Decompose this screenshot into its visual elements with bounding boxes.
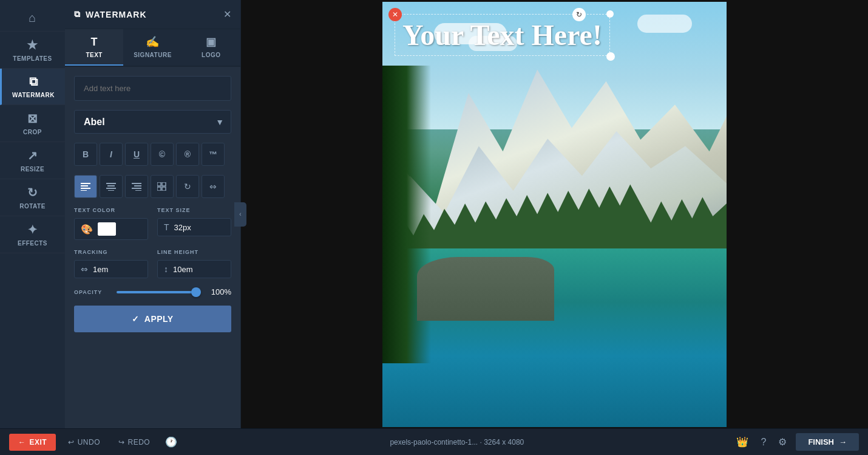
sidebar-item-effects[interactable]: ✦ EFFECTS [0, 216, 65, 253]
format-buttons-row: B I U © ® ™ [74, 143, 231, 166]
svg-rect-15 [162, 187, 166, 191]
lineheight-input: ↕ 10em [157, 260, 231, 278]
history-button[interactable]: 🕐 [162, 433, 180, 451]
sidebar-item-crop[interactable]: ⊠ CROP [0, 105, 65, 142]
tracking-value: 1em [93, 265, 108, 274]
sidebar-item-templates[interactable]: ★ TEMPLATES [0, 32, 65, 69]
text-color-group: TEXT COLOR 🎨 [74, 207, 148, 240]
redo-icon: ↪ [118, 438, 125, 446]
align-center-button[interactable] [100, 175, 123, 198]
exit-button[interactable]: ← EXIT [9, 434, 56, 451]
tracking-group: TRACKING ⇔ 1em [74, 249, 148, 278]
align-left-button[interactable] [74, 175, 97, 198]
tracking-lineheight-row: TRACKING ⇔ 1em LINE HEIGHT ↕ 10em [74, 249, 231, 278]
checkmark-icon: ✓ [132, 314, 140, 324]
watermark-rotate-handle[interactable]: ↻ [572, 8, 586, 21]
panel-content: Abel Arial Times New Roman Georgia Verda… [65, 67, 240, 428]
underline-button[interactable]: U [125, 143, 148, 166]
watermark-panel: ⧉ WATERMARK ✕ T TEXT ✍ SIGNATURE ▣ LOGO [65, 0, 241, 428]
text-size-group: TEXT SIZE T 32px [157, 207, 231, 240]
opacity-value: 100% [207, 287, 231, 296]
crown-button[interactable]: 👑 [733, 433, 751, 451]
panel-title: ⧉ WATERMARK [74, 9, 147, 19]
undo-icon: ↩ [68, 438, 75, 446]
lineheight-label: LINE HEIGHT [157, 249, 231, 255]
crop-icon: ⊠ [27, 111, 38, 126]
sidebar-item-resize[interactable]: ↗ RESIZE [0, 142, 65, 179]
lineheight-icon: ↕ [164, 264, 168, 274]
sidebar-item-crop-label: CROP [23, 129, 42, 135]
copyright-button[interactable]: © [151, 143, 174, 166]
watermark-icon: ⧉ [29, 75, 38, 89]
distribute-button[interactable]: ⇔ [202, 175, 225, 198]
apply-button[interactable]: ✓ APPLY [74, 306, 231, 332]
redo-label: REDO [128, 438, 151, 446]
palette-icon: 🎨 [81, 224, 93, 235]
sidebar-item-templates-label: TEMPLATES [13, 55, 52, 62]
lineheight-group: LINE HEIGHT ↕ 10em [157, 249, 231, 278]
bold-button[interactable]: B [74, 143, 97, 166]
tab-signature[interactable]: ✍ SIGNATURE [123, 29, 181, 66]
panel-close-button[interactable]: ✕ [223, 9, 231, 20]
svg-rect-14 [157, 187, 161, 191]
cloud-3 [637, 15, 692, 33]
italic-button[interactable]: I [100, 143, 123, 166]
tab-text[interactable]: T TEXT [65, 29, 123, 66]
watermark-delete-button[interactable]: ✕ [388, 8, 402, 21]
opacity-row: OPACITY 100% [74, 287, 231, 296]
resize-icon: ↗ [27, 148, 38, 163]
tab-text-label: TEXT [86, 52, 103, 58]
help-button[interactable]: ? [758, 434, 769, 451]
canvas-image: ✕ ↻ Your Text Here! [382, 2, 727, 427]
text-size-icon: T [164, 222, 169, 232]
font-select[interactable]: Abel Arial Times New Roman Georgia Verda… [74, 110, 231, 134]
tracking-icon: ⇔ [81, 264, 88, 274]
settings-button[interactable]: ⚙ [775, 433, 790, 451]
text-color-label: TEXT COLOR [74, 207, 148, 213]
filename-text: pexels-paolo-continetto-1... [390, 438, 478, 446]
panel-tabs: T TEXT ✍ SIGNATURE ▣ LOGO [65, 29, 240, 67]
sidebar-item-effects-label: EFFECTS [18, 240, 47, 247]
finish-arrow-icon: → [839, 437, 847, 446]
tab-logo-label: LOGO [202, 52, 220, 58]
registered-button[interactable]: ® [176, 143, 199, 166]
text-size-label: TEXT SIZE [157, 207, 231, 213]
sidebar-item-watermark-label: WATERMARK [12, 92, 55, 98]
tracking-input: ⇔ 1em [74, 260, 148, 278]
panel-collapse-handle[interactable]: ‹ [234, 202, 246, 227]
watermark-scale-handle[interactable] [606, 52, 615, 61]
undo-label: UNDO [78, 438, 100, 446]
tab-text-icon: T [90, 36, 98, 49]
tab-signature-icon: ✍ [146, 35, 160, 49]
panel-title-icon: ⧉ [74, 9, 81, 19]
align-right-button[interactable] [125, 175, 148, 198]
sidebar-item-home[interactable]: ⌂ [0, 5, 65, 32]
bottom-actions: 👑 ? ⚙ FINISH → [733, 433, 859, 451]
color-swatch[interactable] [98, 222, 116, 236]
watermark-text-input[interactable] [74, 76, 231, 101]
text-size-input-row: T 32px [157, 218, 231, 236]
bottom-bar: ← EXIT ↩ UNDO ↪ REDO 🕐 pexels-paolo-cont… [0, 428, 868, 455]
watermark-overlay[interactable]: ✕ ↻ Your Text Here! [395, 14, 610, 56]
finish-button[interactable]: FINISH → [796, 433, 859, 451]
panel-title-text: WATERMARK [86, 10, 147, 19]
font-select-wrapper: Abel Arial Times New Roman Georgia Verda… [74, 110, 231, 134]
svg-rect-12 [157, 182, 161, 186]
opacity-slider[interactable] [117, 291, 201, 293]
left-sidebar: ⌂ ★ TEMPLATES ⧉ WATERMARK ⊠ CROP ↗ RESIZ… [0, 0, 65, 428]
apply-label: APPLY [144, 314, 174, 324]
rotate-icon: ↻ [27, 185, 38, 200]
sidebar-item-rotate[interactable]: ↻ ROTATE [0, 179, 65, 216]
rocky-shore [417, 257, 555, 321]
sidebar-item-watermark[interactable]: ⧉ WATERMARK [0, 69, 65, 105]
text-color-input-row[interactable]: 🎨 [74, 218, 148, 240]
tab-logo-icon: ▣ [206, 35, 217, 49]
undo-button[interactable]: ↩ UNDO [62, 435, 106, 450]
trademark-button[interactable]: ™ [202, 143, 225, 166]
redo-button[interactable]: ↪ REDO [112, 435, 156, 450]
rotate-text-button[interactable]: ↻ [176, 175, 199, 198]
exit-label: EXIT [30, 438, 47, 446]
tile-button[interactable] [151, 175, 174, 198]
tab-logo[interactable]: ▣ LOGO [182, 29, 240, 66]
tab-signature-label: SIGNATURE [134, 52, 172, 58]
